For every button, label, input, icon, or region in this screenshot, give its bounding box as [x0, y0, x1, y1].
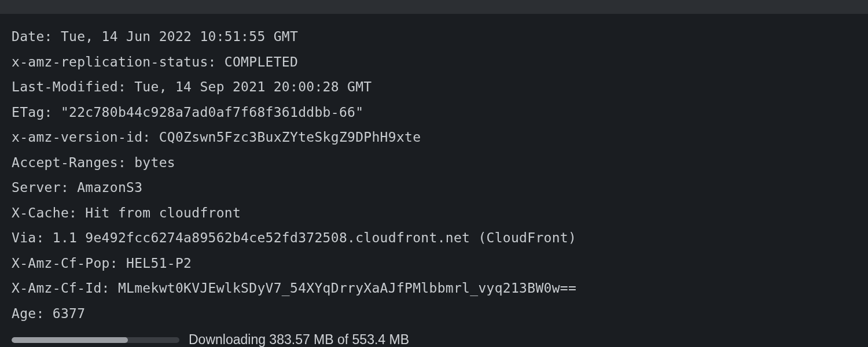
progress-bar: [12, 337, 179, 343]
header-line: Server: AmazonS3: [12, 175, 856, 201]
http-headers-list: Date: Tue, 14 Jun 2022 10:51:55 GMTx-amz…: [12, 24, 856, 326]
header-line: Age: 6377: [12, 301, 856, 327]
header-line: Accept-Ranges: bytes: [12, 150, 856, 176]
header-line: Last-Modified: Tue, 14 Sep 2021 20:00:28…: [12, 75, 856, 100]
progress-text: Downloading 383.57 MB of 553.4 MB: [189, 327, 409, 347]
header-line: ETag: "22c780b44c928a7ad0af7f68f361ddbb-…: [12, 100, 856, 125]
progress-bar-fill: [12, 337, 128, 343]
header-line: x-amz-replication-status: COMPLETED: [12, 50, 856, 75]
header-line: X-Amz-Cf-Pop: HEL51-P2: [12, 251, 856, 276]
download-progress-row: Downloading 383.57 MB of 553.4 MB: [12, 327, 856, 347]
header-line: Date: Tue, 14 Jun 2022 10:51:55 GMT: [12, 24, 856, 50]
header-line: x-amz-version-id: CQ0Zswn5Fzc3BuxZYteSkg…: [12, 125, 856, 150]
header-line: X-Cache: Hit from cloudfront: [12, 201, 856, 226]
terminal-output: Date: Tue, 14 Jun 2022 10:51:55 GMTx-amz…: [0, 14, 868, 347]
header-line: Via: 1.1 9e492fcc6274a89562b4ce52fd37250…: [12, 226, 856, 251]
title-bar: [0, 0, 868, 14]
header-line: X-Amz-Cf-Id: MLmekwt0KVJEwlkSDyV7_54XYqD…: [12, 276, 856, 301]
